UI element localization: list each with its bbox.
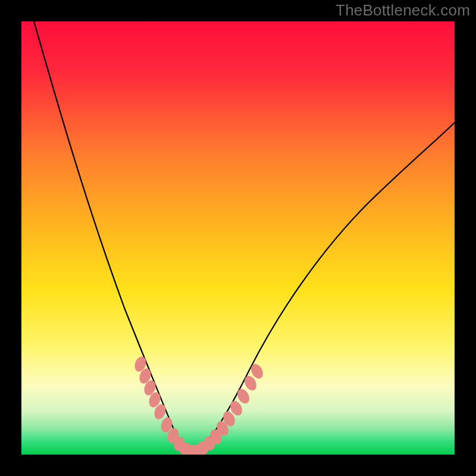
chart-canvas: TheBottleneck.com [0, 0, 476, 476]
bottleneck-chart [0, 0, 476, 476]
plot-area [21, 21, 455, 455]
watermark-text: TheBottleneck.com [336, 1, 470, 20]
